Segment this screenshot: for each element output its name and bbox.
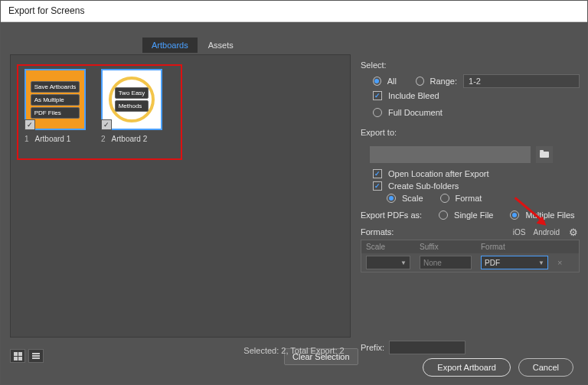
include-bleed-checkbox[interactable] [373,91,382,100]
create-subfolders-label: Create Sub-folders [388,181,459,191]
artboard-checkbox[interactable]: ✓ [101,119,112,130]
full-document-radio[interactable] [373,108,382,117]
ios-preset-button[interactable]: iOS [513,228,526,237]
select-all-label: All [387,77,397,86]
tab-assets[interactable]: Assets [199,38,243,53]
export-for-screens-dialog: Export for Screens Artboards Assets Save… [0,0,588,385]
pdf-single-radio[interactable] [439,210,448,220]
artboard-checkbox[interactable]: ✓ [24,119,35,130]
thumb-text: Save Artboards [31,81,80,93]
formats-settings-button[interactable]: ⚙ [567,226,580,238]
select-range-label: Range: [430,77,457,86]
range-input[interactable] [463,74,580,88]
cancel-button[interactable]: Cancel [518,358,573,377]
col-suffix-header: Suffix [415,240,476,253]
pdf-multiple-radio[interactable] [510,210,519,220]
pdf-single-label: Single File [454,210,493,220]
dialog-title: Export for Screens [1,1,587,22]
select-range-radio[interactable] [416,77,424,86]
subfolder-format-radio[interactable] [440,194,449,203]
folder-icon [540,152,549,158]
scale-combo[interactable]: ▼ [366,256,410,269]
thumb-text: Methods [115,100,149,112]
subfolder-scale-radio[interactable] [387,194,396,203]
tab-artboards[interactable]: Artboards [142,38,198,53]
formats-label: Formats: [361,227,394,237]
browse-folder-button[interactable] [536,146,553,163]
thumb-text: Two Easy [115,87,149,99]
format-combo[interactable]: PDF▼ [481,256,548,269]
artboards-panel: Save Artboards As Multiple PDF Files ✓ 1… [10,54,351,338]
select-label: Select: [361,60,580,70]
export-to-label: Export to: [361,128,580,137]
subfolder-scale-label: Scale [402,194,423,203]
chevron-down-icon: ▼ [400,259,407,266]
status-text: Selected: 2, Total Export: 2 [1,346,587,355]
subfolder-format-label: Format [456,194,482,203]
include-bleed-label: Include Bleed [388,91,439,100]
export-path-field[interactable] [370,146,531,163]
chevron-down-icon: ▼ [538,259,544,266]
create-subfolders-checkbox[interactable] [373,181,382,191]
export-pdfs-label: Export PDFs as: [361,210,422,220]
thumb-text: As Multiple [31,94,80,106]
export-artboard-button[interactable]: Export Artboard [423,358,510,377]
artboard-thumbnail[interactable]: Two Easy Methods ✓ [101,69,162,130]
android-preset-button[interactable]: Android [534,228,560,237]
gear-icon: ⚙ [569,227,578,238]
select-all-radio[interactable] [373,77,381,86]
artboard-thumbnail[interactable]: Save Artboards As Multiple PDF Files ✓ [24,69,86,130]
remove-row-button[interactable]: × [557,258,562,267]
col-format-header: Format [476,240,553,253]
suffix-input[interactable]: None [420,256,472,269]
thumb-text: PDF Files [31,107,80,119]
open-location-label: Open Location after Export [388,169,488,178]
annotation-arrow [506,221,544,223]
tab-bar: Artboards Assets [142,38,243,53]
col-scale-header: Scale [361,240,415,253]
formats-table: Scale Suffix Format ▼ None PDF▼ × [361,240,580,272]
open-location-checkbox[interactable] [373,169,382,178]
full-document-label: Full Document [388,108,443,117]
